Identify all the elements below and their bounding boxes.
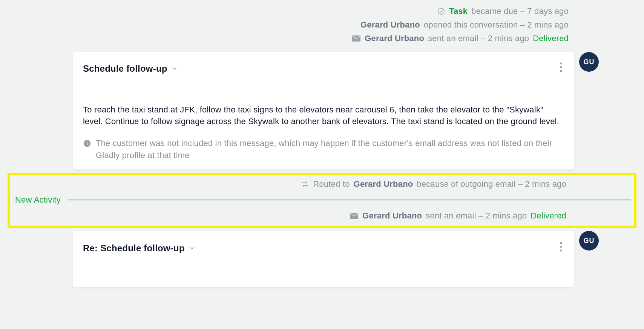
email-card[interactable]: Schedule follow-up To reach the taxi sta… xyxy=(73,52,574,169)
svg-rect-6 xyxy=(87,143,87,145)
task-text: became due – 7 days ago xyxy=(471,5,569,17)
delivery-status: Delivered xyxy=(531,210,566,222)
route-icon xyxy=(301,181,309,188)
info-icon xyxy=(83,139,91,151)
card-body: To reach the taxi stand at JFK, follow t… xyxy=(83,104,564,128)
email-card[interactable]: Re: Schedule follow-up xyxy=(73,231,574,287)
delivery-status: Delivered xyxy=(533,32,569,45)
avatar[interactable]: GU xyxy=(579,52,599,72)
svg-point-4 xyxy=(560,70,562,72)
routed-text: because of outgoing email – 2 mins ago xyxy=(417,178,566,190)
actor-name: Gerard Urbano xyxy=(365,32,424,45)
card-title-group[interactable]: Schedule follow-up xyxy=(83,62,178,75)
message-body: To reach the taxi stand at JFK, follow t… xyxy=(83,104,564,128)
divider-line xyxy=(68,200,631,200)
svg-point-3 xyxy=(560,66,562,68)
info-text: The customer was not included in this me… xyxy=(96,137,564,161)
card-header: Re: Schedule follow-up xyxy=(83,240,564,257)
check-circle-icon xyxy=(437,7,445,15)
card-title: Schedule follow-up xyxy=(83,62,167,75)
chevron-down-icon[interactable] xyxy=(171,65,178,72)
meta-row-routed: Routed to Gerard Urbano because of outgo… xyxy=(10,177,634,191)
svg-point-2 xyxy=(560,62,562,64)
card-title-group[interactable]: Re: Schedule follow-up xyxy=(83,242,195,255)
svg-rect-7 xyxy=(87,141,87,142)
actor-name: Gerard Urbano xyxy=(360,19,420,31)
new-activity-divider: New Activity xyxy=(10,194,634,206)
actor-name: Gerard Urbano xyxy=(354,178,413,190)
svg-point-11 xyxy=(560,249,562,251)
new-activity-highlight: Routed to Gerard Urbano because of outgo… xyxy=(8,173,636,228)
actor-name: Gerard Urbano xyxy=(362,210,422,222)
opened-text: opened this conversation – 2 mins ago xyxy=(424,19,569,31)
svg-point-10 xyxy=(560,246,562,248)
meta-row-task-due: Task became due – 7 days ago xyxy=(4,5,640,18)
sent-text: sent an email – 2 mins ago xyxy=(428,32,529,45)
meta-row-sent-1: Gerard Urbano sent an email – 2 mins ago… xyxy=(4,32,640,45)
more-menu-button[interactable] xyxy=(558,240,564,257)
email-card-row-2: Re: Schedule follow-up GU xyxy=(4,231,640,287)
card-info-note: The customer was not included in this me… xyxy=(83,137,564,161)
mail-icon xyxy=(350,212,359,219)
avatar-initials: GU xyxy=(584,57,595,67)
chevron-down-icon[interactable] xyxy=(189,245,195,252)
conversation-feed: Task became due – 7 days ago Gerard Urba… xyxy=(0,0,644,329)
svg-point-9 xyxy=(560,242,562,244)
task-label: Task xyxy=(449,5,468,17)
svg-point-0 xyxy=(438,8,445,15)
card-title: Re: Schedule follow-up xyxy=(83,242,185,255)
meta-row-opened: Gerard Urbano opened this conversation –… xyxy=(4,18,640,32)
avatar-initials: GU xyxy=(584,236,595,246)
mail-icon xyxy=(352,35,361,42)
new-activity-label: New Activity xyxy=(13,194,63,206)
meta-row-sent-2: Gerard Urbano sent an email – 2 mins ago… xyxy=(10,209,634,223)
routed-prefix: Routed to xyxy=(313,178,350,190)
card-header: Schedule follow-up xyxy=(83,60,564,77)
avatar[interactable]: GU xyxy=(579,231,599,251)
more-menu-button[interactable] xyxy=(558,60,564,77)
sent-text: sent an email – 2 mins ago xyxy=(426,210,527,222)
email-card-row-1: Schedule follow-up To reach the taxi sta… xyxy=(4,45,640,169)
